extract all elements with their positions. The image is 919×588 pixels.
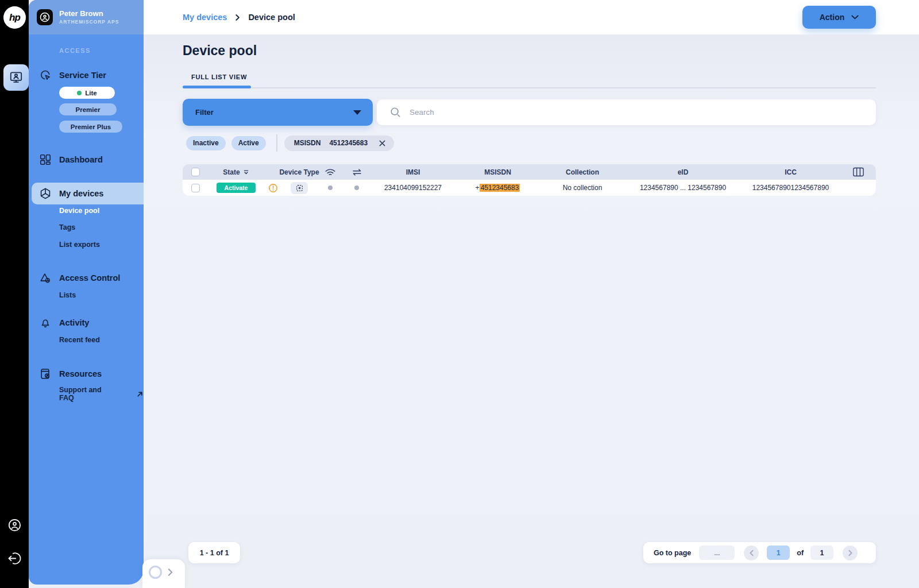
monitor-user-icon <box>9 70 24 85</box>
action-button[interactable]: Action <box>802 6 876 29</box>
current-page: 1 <box>767 546 790 560</box>
nav-item-my-devices[interactable]: My devices <box>39 187 103 200</box>
logout-icon <box>7 551 22 566</box>
breadcrumb: My devices Device pool <box>183 0 295 34</box>
chevron-right-icon <box>167 568 173 577</box>
transfer-icon <box>351 168 363 177</box>
device-type-icon <box>291 182 308 194</box>
tab-bar-divider <box>183 87 876 88</box>
signal-status-dot <box>328 185 333 190</box>
devices-hexagon-icon <box>39 187 52 200</box>
tab-full-list-view[interactable]: FULL LIST VIEW <box>191 74 247 80</box>
hp-logo-text: hp <box>9 12 20 24</box>
col-state[interactable]: State <box>208 168 264 176</box>
search-icon <box>389 106 401 118</box>
prev-page-button[interactable] <box>744 546 759 560</box>
goto-label: Go to page <box>654 549 691 557</box>
external-link-icon <box>136 390 144 398</box>
chip-divider <box>276 134 277 152</box>
warning-icon <box>268 183 278 193</box>
subnav-device-pool[interactable]: Device pool <box>59 207 99 215</box>
table-row[interactable]: Activate <box>183 180 876 196</box>
user-org: ARTHEMISCORP APS <box>59 19 119 25</box>
cell-msisdn: +4512345683 <box>456 184 539 192</box>
account-button[interactable] <box>7 517 22 533</box>
cell-icc: 12345678901234567890 <box>740 184 841 192</box>
chip-active[interactable]: Active <box>231 136 266 150</box>
nav-label: Resources <box>59 369 102 378</box>
search-box <box>377 99 876 125</box>
tier-pill-premier-plus[interactable]: Premier Plus <box>59 121 122 133</box>
tier-label: Lite <box>85 90 96 96</box>
wifi-icon <box>324 167 337 177</box>
subnav-tags[interactable]: Tags <box>59 223 75 231</box>
user-name: Peter Brown <box>59 9 103 18</box>
chevron-left-icon <box>749 550 754 556</box>
tab-active-underline <box>183 86 251 88</box>
nav-item-service-tier[interactable]: Service Tier <box>39 68 106 82</box>
breadcrumb-link-my-devices[interactable]: My devices <box>183 13 227 22</box>
goto-page-input[interactable] <box>699 546 735 560</box>
nav-label: Dashboard <box>59 155 103 164</box>
click-cursor-icon <box>39 69 52 82</box>
rail-app-icon[interactable] <box>3 64 29 91</box>
content-area: Device pool FULL LIST VIEW Filter Inacti… <box>144 34 919 588</box>
nav-label: Activity <box>59 318 89 327</box>
nav-item-dashboard[interactable]: Dashboard <box>39 153 103 167</box>
chevron-right-icon <box>848 550 853 556</box>
subnav-support-faq[interactable]: Support and FAQ <box>59 386 144 402</box>
of-label: of <box>797 549 804 557</box>
chip-close-icon[interactable] <box>376 137 388 149</box>
nav-label: My devices <box>59 189 103 198</box>
column-settings-icon[interactable] <box>852 167 864 177</box>
total-pages: 1 <box>810 546 833 560</box>
tier-label: Premier Plus <box>71 123 111 130</box>
sort-icon[interactable] <box>243 169 249 175</box>
person-circle-icon <box>7 517 22 533</box>
hp-logo: hp <box>3 6 26 29</box>
cell-eid: 1234567890 ... 1234567890 <box>625 184 740 192</box>
msisdn-prefix: + <box>476 184 480 192</box>
msisdn-highlight: 4512345683 <box>480 184 520 192</box>
resources-book-icon <box>39 368 52 380</box>
dashboard-grid-icon <box>39 153 52 166</box>
breadcrumb-chevron-icon <box>235 14 240 21</box>
search-input[interactable] <box>410 108 867 117</box>
action-button-label: Action <box>820 13 845 22</box>
access-control-icon <box>39 272 52 284</box>
logout-button[interactable] <box>7 551 22 566</box>
filter-button[interactable]: Filter <box>183 99 373 126</box>
col-state-label: State <box>223 168 240 176</box>
nav-item-activity[interactable]: Activity <box>39 316 89 330</box>
cell-collection: No collection <box>539 184 625 192</box>
subnav-lists[interactable]: Lists <box>59 291 76 299</box>
col-device-type: Device Type <box>281 168 317 176</box>
tier-pill-lite[interactable]: Lite <box>59 87 115 99</box>
section-label-access: ACCESS <box>59 47 91 54</box>
chip-value: 4512345683 <box>329 139 368 147</box>
next-page-button[interactable] <box>843 546 858 560</box>
select-all-checkbox[interactable] <box>191 168 200 176</box>
nav-item-resources[interactable]: Resources <box>39 367 102 381</box>
applied-filter-chip: MSISDN 4512345683 <box>284 136 394 151</box>
chip-field-label: MSISDN <box>294 139 321 147</box>
app-rail: hp <box>0 0 29 588</box>
pagination-bar: Go to page 1 of 1 <box>643 542 876 563</box>
subnav-label: Support and FAQ <box>59 386 106 402</box>
row-checkbox[interactable] <box>191 184 200 192</box>
subnav-recent-feed[interactable]: Recent feed <box>59 336 100 344</box>
tier-pill-premier[interactable]: Premier <box>59 103 117 115</box>
activate-button[interactable]: Activate <box>217 183 256 193</box>
col-eid: eID <box>625 168 740 176</box>
subnav-list-exports[interactable]: List exports <box>59 241 100 249</box>
user-card[interactable]: Peter Brown ARTHEMISCORP APS <box>29 0 144 34</box>
nav-label: Service Tier <box>59 71 106 80</box>
sidebar-collapse-control[interactable] <box>142 559 185 588</box>
tier-label: Premier <box>76 106 101 113</box>
breadcrumb-current: Device pool <box>248 13 295 22</box>
page-title: Device pool <box>183 43 257 59</box>
chip-inactive[interactable]: Inactive <box>186 136 226 150</box>
table-header: State Device Type <box>183 164 876 180</box>
nav-item-access-control[interactable]: Access Control <box>39 271 120 285</box>
sidebar: Peter Brown ARTHEMISCORP APS ACCESS Serv… <box>29 0 144 585</box>
